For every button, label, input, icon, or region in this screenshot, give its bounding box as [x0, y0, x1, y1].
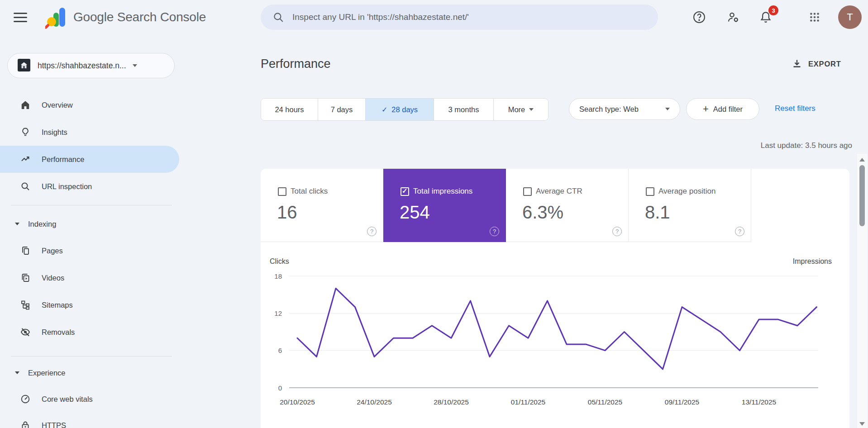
home-icon — [20, 100, 31, 110]
notifications-badge: 3 — [768, 5, 778, 15]
sidebar-item-overview[interactable]: Overview — [0, 91, 179, 119]
menu-button[interactable] — [14, 12, 27, 22]
sidebar-item-insights[interactable]: Insights — [0, 119, 179, 146]
last-update-text: Last update: 3.5 hours ago — [671, 141, 852, 150]
scrollbar-thumb[interactable] — [859, 165, 865, 226]
checkbox-unchecked[interactable] — [646, 187, 654, 196]
svg-text:18: 18 — [274, 272, 282, 280]
svg-text:09/11/2025: 09/11/2025 — [665, 398, 699, 406]
metric-card-total-impressions[interactable]: ✓ Total impressions 254 ? — [383, 169, 506, 242]
eye-off-icon — [20, 327, 31, 338]
metric-value: 8.1 — [645, 202, 670, 223]
user-settings-button[interactable] — [723, 7, 743, 27]
search-console-logo-icon — [45, 5, 69, 31]
metric-value: 254 — [400, 202, 430, 223]
trending-up-icon — [20, 154, 31, 165]
search-type-dropdown[interactable]: Search type: Web — [569, 98, 680, 120]
range-more-dropdown[interactable]: More — [493, 99, 548, 120]
metric-card-average-position[interactable]: Average position 8.1 ? — [629, 169, 751, 242]
download-icon — [792, 58, 802, 69]
url-inspection-searchbar[interactable] — [261, 5, 658, 30]
google-search-console-app: Google Search Console — [0, 0, 868, 428]
range-24-hours[interactable]: 24 hours — [261, 99, 318, 120]
sidebar-item-videos[interactable]: Videos — [0, 264, 179, 291]
help-icon[interactable]: ? — [612, 227, 622, 236]
lock-icon — [20, 420, 31, 428]
help-icon — [692, 10, 706, 24]
metric-value: 16 — [277, 202, 297, 223]
apps-grid-button[interactable] — [805, 7, 825, 27]
chevron-down-icon — [529, 108, 534, 111]
magnifier-icon — [20, 181, 31, 192]
range-28-days[interactable]: ✓ 28 days — [365, 99, 434, 120]
sidebar-section-indexing[interactable]: Indexing — [0, 210, 179, 238]
date-range-control: 24 hours 7 days ✓ 28 days 3 months More — [261, 98, 548, 121]
sidebar-item-pages[interactable]: Pages — [0, 237, 179, 264]
sidebar-divider — [11, 205, 172, 205]
sidebar-item-core-web-vitals[interactable]: Core web vitals — [0, 385, 179, 413]
range-7-days[interactable]: 7 days — [318, 99, 365, 120]
notifications-button[interactable]: 3 — [756, 7, 776, 27]
svg-text:01/11/2025: 01/11/2025 — [511, 398, 545, 406]
svg-text:13/11/2025: 13/11/2025 — [742, 398, 776, 406]
check-icon: ✓ — [382, 105, 387, 114]
help-icon[interactable]: ? — [367, 227, 377, 236]
export-button[interactable]: EXPORT — [789, 58, 844, 70]
sidebar-item-performance[interactable]: Performance — [0, 146, 179, 173]
help-icon[interactable]: ? — [735, 227, 744, 236]
checkbox-unchecked[interactable] — [523, 187, 532, 196]
user-settings-icon — [726, 10, 740, 24]
sitemap-tree-icon — [20, 300, 31, 310]
svg-text:28/10/2025: 28/10/2025 — [434, 398, 469, 406]
scrollbar-up-arrow[interactable] — [859, 158, 865, 162]
sidebar: https://shahbazestate.n... Overview Insi… — [0, 34, 179, 428]
svg-text:24/10/2025: 24/10/2025 — [357, 398, 392, 406]
speedometer-icon — [20, 394, 31, 404]
site-favicon — [18, 59, 30, 73]
checkbox-checked[interactable]: ✓ — [401, 187, 409, 196]
scrollbar-track[interactable] — [857, 154, 867, 428]
page-title: Performance — [261, 57, 331, 71]
chevron-down-icon — [15, 223, 19, 225]
video-icon — [20, 272, 31, 283]
svg-text:12: 12 — [274, 309, 282, 317]
svg-text:0: 0 — [278, 384, 282, 392]
account-avatar[interactable]: T — [838, 5, 862, 29]
lightbulb-icon — [20, 127, 31, 138]
metric-value: 6.3% — [522, 202, 563, 223]
svg-text:05/11/2025: 05/11/2025 — [588, 398, 622, 406]
add-filter-button[interactable]: + Add filter — [686, 98, 759, 120]
property-selector[interactable]: https://shahbazestate.n... — [7, 53, 175, 78]
sidebar-item-sitemaps[interactable]: Sitemaps — [0, 291, 179, 319]
svg-text:20/10/2025: 20/10/2025 — [280, 398, 315, 406]
sidebar-item-removals[interactable]: Removals — [0, 319, 179, 346]
metric-card-average-ctr[interactable]: Average CTR 6.3% ? — [506, 169, 629, 242]
sidebar-section-experience[interactable]: Experience — [0, 359, 179, 386]
range-3-months[interactable]: 3 months — [434, 99, 493, 120]
chevron-down-icon — [133, 64, 137, 67]
svg-text:6: 6 — [278, 347, 282, 354]
app-title: Google Search Console — [73, 0, 206, 34]
metric-card-total-clicks[interactable]: Total clicks 16 ? — [261, 169, 383, 242]
chevron-down-icon — [15, 371, 19, 374]
sidebar-item-https[interactable]: HTTPS — [0, 412, 179, 428]
scrollbar-down-arrow[interactable] — [859, 422, 865, 426]
help-icon[interactable]: ? — [490, 227, 499, 236]
plus-icon: + — [703, 104, 709, 114]
pages-icon — [20, 245, 31, 256]
url-inspection-input[interactable] — [284, 4, 658, 30]
checkbox-unchecked[interactable] — [278, 187, 286, 196]
sidebar-item-url-inspection[interactable]: URL inspection — [0, 173, 179, 200]
search-icon — [272, 11, 284, 23]
sidebar-divider — [11, 356, 172, 357]
reset-filters-link[interactable]: Reset filters — [775, 104, 816, 113]
apps-grid-icon — [809, 11, 820, 23]
property-url: https://shahbazestate.n... — [38, 61, 126, 71]
performance-panel: Total clicks 16 ? ✓ Total impressions 25… — [261, 169, 849, 428]
chevron-down-icon — [665, 108, 670, 110]
help-button[interactable] — [689, 7, 709, 27]
performance-chart: 06121820/10/202524/10/202528/10/202501/1… — [261, 253, 849, 428]
